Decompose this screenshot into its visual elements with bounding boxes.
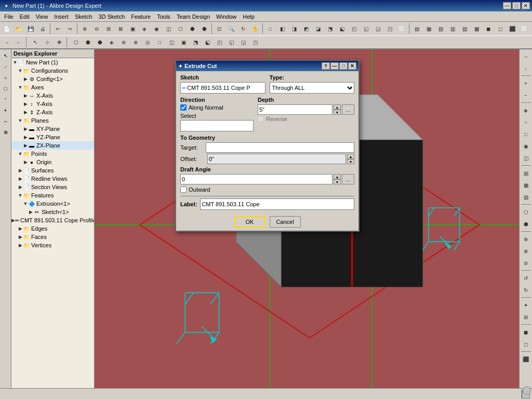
tree-item-zaxis[interactable]: ▶⇕Z-Axis [11, 108, 94, 116]
feature-btn-12[interactable]: ⬕ [202, 36, 213, 48]
direction-select-input[interactable] [180, 120, 254, 131]
label-input[interactable] [200, 198, 354, 210]
feature-btn-11[interactable]: ⬔ [190, 36, 201, 48]
menu-item-window[interactable]: Window [213, 12, 240, 21]
rt-btn-4[interactable]: − [520, 89, 531, 101]
tree-item-vertices[interactable]: ▶📁Vertices [11, 241, 94, 249]
type-select[interactable]: Through ALL Blind To Geometry From/To [270, 82, 355, 94]
draft-input[interactable] [180, 174, 332, 184]
select-tool[interactable]: ↖ [1, 50, 11, 61]
view-btn-11[interactable]: ◳ [384, 23, 395, 34]
draft-browse-button[interactable]: … [342, 174, 354, 184]
tree-toggle-points[interactable]: ▼ [18, 151, 23, 156]
rt-btn-16[interactable]: ⊗ [520, 245, 531, 257]
rt-btn-12[interactable]: ▧ [520, 191, 531, 203]
offset-up-button[interactable]: ▲ [347, 154, 354, 159]
menu-item-help[interactable]: Help [240, 12, 258, 21]
tree-toggle-configs[interactable]: ▼ [18, 68, 23, 73]
shading-btn-4[interactable]: ▥ [447, 23, 458, 34]
rt-btn-10[interactable]: ▤ [520, 167, 531, 179]
open-button[interactable]: 📂 [13, 23, 24, 34]
tree-toggle-yaxis[interactable]: ▶ [23, 101, 28, 107]
pan[interactable]: ✋ [249, 23, 261, 34]
tree-toggle-xaxis[interactable]: ▶ [23, 93, 28, 98]
feature-btn-1[interactable]: ⬡ [70, 36, 82, 48]
tree-toggle-surfaces[interactable]: ▶ [18, 168, 23, 173]
cancel-button[interactable]: Cancel [270, 216, 301, 228]
tree-toggle-faces[interactable]: ▶ [18, 234, 23, 240]
feature-btn-8[interactable]: □ [154, 36, 165, 48]
zoom-in[interactable]: 🔍 [225, 23, 237, 34]
circle-tool[interactable]: ○ [1, 72, 11, 83]
menu-item-team-design[interactable]: Team Design [174, 12, 213, 21]
offset-down-button[interactable]: ▼ [347, 159, 354, 164]
tree-toggle-extrusion1[interactable]: ▼ [23, 201, 28, 206]
tree-item-surfaces[interactable]: ▶📄Surfaces [11, 166, 94, 175]
rt-btn-5[interactable]: ◈ [520, 104, 531, 116]
view-btn-10[interactable]: ◲ [372, 23, 383, 34]
view-btn-6[interactable]: ⬔ [324, 23, 336, 34]
rt-btn-8[interactable]: ◉ [520, 140, 531, 152]
tree-item-origin[interactable]: ▶●Origin [11, 158, 94, 166]
tree-item-axes[interactable]: ▼📁Axes [11, 83, 94, 91]
feature-btn-5[interactable]: ⊛ [118, 36, 129, 48]
rt-btn-7[interactable]: □ [520, 128, 531, 140]
view-btn-2[interactable]: ◧ [276, 23, 288, 34]
rt-btn-18[interactable]: ↺ [520, 272, 531, 284]
shading-btn-10[interactable]: ⬜ [518, 23, 530, 34]
tb-btn-6[interactable]: ◈ [139, 23, 150, 34]
move-btn[interactable]: ✥ [54, 36, 65, 48]
shading-btn-1[interactable]: ▤ [411, 23, 422, 34]
rt-btn-2[interactable]: ↓ [520, 62, 531, 74]
tree-toggle-yzplane[interactable]: ▶ [23, 135, 28, 140]
tree-toggle-sketch1[interactable]: ▶ [28, 209, 33, 215]
tb-btn-8[interactable]: ◫ [163, 23, 174, 34]
view-btn-4[interactable]: ◩ [300, 23, 312, 34]
close-button[interactable]: ✕ [522, 2, 530, 9]
shading-btn-8[interactable]: ◻ [495, 23, 506, 34]
rect-tool[interactable]: □ [1, 83, 11, 94]
feature-btn-15[interactable]: ◲ [237, 36, 249, 48]
tree-item-sections[interactable]: ▶📄Section Views [11, 183, 94, 191]
tree-item-cope_profile[interactable]: ▶✏CMT 891.503.11 Cope Profile [11, 216, 94, 224]
view-btn-3[interactable]: ◨ [288, 23, 300, 34]
along-normal-checkbox[interactable] [180, 104, 187, 111]
view-btn-8[interactable]: ◰ [348, 23, 360, 34]
menu-item-3d-sketch[interactable]: 3D Sketch [96, 12, 128, 21]
view-btn-9[interactable]: ◱ [360, 23, 371, 34]
rt-btn-3[interactable]: + [520, 77, 531, 89]
tree-toggle-features[interactable]: ▼ [18, 193, 23, 198]
tree-item-yzplane[interactable]: ▶▬YZ-Plane [11, 133, 94, 141]
point-tool[interactable]: + [1, 105, 11, 115]
tree-item-features[interactable]: ▼📁Features [11, 191, 94, 200]
rt-btn-14[interactable]: ⬢ [520, 218, 531, 230]
menu-item-edit[interactable]: Edit [17, 12, 33, 21]
rt-btn-17[interactable]: ⊘ [520, 257, 531, 269]
maximize-button[interactable]: □ [512, 2, 521, 9]
arrow-left-btn[interactable]: ← [13, 36, 24, 48]
tree-item-extrusion1[interactable]: ▼🔷Extrusion<1> [11, 200, 94, 208]
rt-btn-9[interactable]: ◫ [520, 152, 531, 164]
view-btn-5[interactable]: ◪ [312, 23, 324, 34]
tree-toggle-vertices[interactable]: ▶ [18, 243, 23, 248]
rt-btn-11[interactable]: ▦ [520, 179, 531, 191]
tree-toggle-sections[interactable]: ▶ [18, 184, 23, 190]
rt-btn-6[interactable]: ○ [520, 116, 531, 128]
tree-item-planes[interactable]: ▼📁Planes [11, 116, 94, 125]
tree-toggle-redline[interactable]: ▶ [18, 176, 23, 181]
shading-btn-9[interactable]: ⬛ [507, 23, 518, 34]
draft-down-button[interactable]: ▼ [334, 179, 341, 184]
shading-btn-3[interactable]: ▧ [435, 23, 446, 34]
viewport[interactable]: ✦ Extrude Cut ? — □ ✕ Sketch [95, 49, 519, 388]
depth-up-button[interactable]: ▲ [334, 104, 341, 110]
depth-input[interactable] [258, 104, 332, 115]
tree-item-yaxis[interactable]: ▶↕Y-Axis [11, 100, 94, 108]
tree-item-xyplane[interactable]: ▶▬XY-Plane [11, 125, 94, 133]
tree-item-edges[interactable]: ▶📁Edges [11, 224, 94, 233]
menu-item-file[interactable]: File [1, 12, 17, 21]
tree-item-configs[interactable]: ▼📁Configurations [11, 66, 94, 75]
depth-down-button[interactable]: ▼ [334, 110, 341, 115]
select-btn[interactable]: ↖ [30, 36, 41, 48]
save-button[interactable]: 💾 [25, 23, 36, 34]
tb-btn-5[interactable]: ▣ [127, 23, 138, 34]
